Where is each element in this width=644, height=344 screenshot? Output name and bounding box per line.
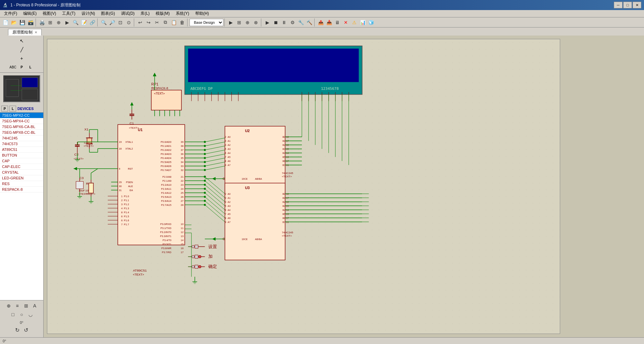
select-tool[interactable]: ↖ [18,37,26,45]
grid-button[interactable]: ⊞ [46,18,54,26]
maximize-button[interactable]: □ [623,2,632,8]
junction-tool[interactable]: ⊕ [5,302,13,310]
comp-at89c51[interactable]: AT89C51 [0,147,43,153]
delete-button[interactable]: 🗑 [178,18,186,26]
svg-rect-355 [195,255,198,259]
menu-debug[interactable]: 调试(D) [118,10,138,17]
comp-cap-elec[interactable]: CAP-ELEC [0,164,43,170]
menu-edit[interactable]: 编辑(E) [20,10,39,17]
comp-7seg-mpx8[interactable]: 7SEG-MPX8-CC-BL [0,130,43,135]
save-all-button[interactable]: 🗃️ [26,18,35,26]
menu-view[interactable]: 视图(V) [40,10,59,17]
run-button[interactable]: ▶ [263,18,271,26]
comp-l-button[interactable]: L [9,106,16,112]
zoom-out-button[interactable]: 🔎 [108,18,116,26]
text-tool[interactable]: A [31,302,39,310]
svg-text:23: 23 [181,183,183,186]
step-over-button[interactable]: ⊕ [244,18,252,26]
l-tool[interactable]: L [26,63,35,71]
wire-label-tool[interactable]: ≡ [13,302,21,310]
svg-text:25: 25 [181,191,183,194]
tab-schematic[interactable]: 原理图绘制 ✕ [8,29,42,36]
netlist-button[interactable]: 🔗 [88,18,96,26]
tool3-button[interactable]: 🔨 [305,18,313,26]
3d-button[interactable]: 🧊 [367,18,375,26]
comp-74hc573[interactable]: 74HC573 [0,141,43,147]
comp-7seg-mpx2[interactable]: 7SEG-MPX2-CC [0,113,43,118]
svg-text:7: 7 [225,156,226,158]
circle-tool[interactable]: ○ [18,310,26,319]
svg-text:14: 14 [181,239,183,242]
wire-tool[interactable]: ╱ [18,46,26,54]
rotate-cw[interactable]: ↻ [13,326,21,334]
err-button[interactable]: ✕ [342,18,350,26]
menu-file[interactable]: 文件(F) [1,10,20,17]
p-tool[interactable]: P [18,63,26,71]
import-button[interactable]: 📥 [325,18,333,26]
bom-button[interactable]: 📊 [359,18,367,26]
tool1-button[interactable]: ⚙ [288,18,297,26]
warn-button[interactable]: ⚠ [350,18,358,26]
simulate-button[interactable]: ▶ [227,18,235,26]
bus-tool[interactable]: ⊞ [22,302,30,310]
component-button[interactable]: ⊕ [55,18,63,26]
play-button[interactable]: ▶ [63,18,71,26]
print-button[interactable]: 🖨️ [38,18,46,26]
comp-button[interactable]: BUTTON [0,153,43,158]
redo-button[interactable]: ↪ [145,18,153,26]
comp-res[interactable]: RES [0,181,43,187]
comp-p-button[interactable]: P [1,106,8,112]
component-list[interactable]: 7SEG-MPX2-CC 7SEG-MPX4-CC 7SEG-MPX6-CA-B… [0,113,43,300]
zoom-100-button[interactable]: ⊙ [125,18,133,26]
comp-crystal[interactable]: CRYSTAL [0,170,43,175]
new-button[interactable]: 📄 [1,18,9,26]
export-button[interactable]: 📤 [317,18,325,26]
step-button[interactable]: ⊞ [235,18,243,26]
menu-template[interactable]: 模版(M) [153,10,172,17]
tool2-button[interactable]: 🔧 [297,18,305,26]
comp-7seg-mpx4[interactable]: 7SEG-MPX4-CC [0,118,43,124]
menu-help[interactable]: 帮助(H) [193,10,212,17]
step-back-button[interactable]: ⊗ [252,18,260,26]
tab-close-icon[interactable]: ✕ [35,31,37,34]
pcb-button[interactable]: 🖥 [333,18,341,26]
menu-system[interactable]: 系统(Y) [173,10,192,17]
annotate-button[interactable]: 📝 [80,18,88,26]
menu-graph[interactable]: 图表(G) [98,10,117,17]
sep5 [224,18,226,26]
search-button[interactable]: 🔍 [71,18,79,26]
rotate-ccw[interactable]: ↺ [22,326,30,334]
add-tool[interactable]: + [18,54,26,62]
comp-led-green[interactable]: LED-GREEN [0,175,43,181]
pause-button[interactable]: ⏸ [280,18,288,26]
arc-tool[interactable]: ◡ [26,310,35,319]
cut-button[interactable]: ✂ [153,18,161,26]
open-button[interactable]: 📂 [10,18,18,26]
menu-tools[interactable]: 工具(T) [59,10,78,17]
stop-button[interactable]: ⏹ [272,18,280,26]
svg-text:X1: X1 [84,127,89,131]
undo-button[interactable]: ↩ [136,18,144,26]
minimize-button[interactable]: ─ [614,2,623,8]
close-button[interactable]: ✕ [633,2,641,8]
copy-button[interactable]: ⧉ [161,18,169,26]
label-tool[interactable]: ABC [9,63,17,71]
comp-74hc245[interactable]: 74HC245 [0,135,43,141]
comp-cap[interactable]: CAP [0,158,43,164]
paste-button[interactable]: 📋 [170,18,178,26]
svg-text:7: 7 [225,213,226,215]
menu-library[interactable]: 库(L) [138,10,152,17]
canvas-area[interactable]: ABCDEFG DP 12345678 R [44,36,644,344]
menu-design[interactable]: 设计(N) [79,10,98,17]
zoom-fit-button[interactable]: ⊡ [116,18,124,26]
save-button[interactable]: 💾 [18,18,26,26]
comp-7seg-mpx6[interactable]: 7SEG-MPX6-CA-BL [0,124,43,130]
preview-area [3,75,40,102]
box-tool[interactable]: □ [9,310,17,319]
comp-respack[interactable]: RESPACK-8 [0,187,43,192]
zoom-in-button[interactable]: 🔍 [100,18,108,26]
svg-text:加: 加 [208,254,213,259]
schematic-canvas[interactable]: ABCDEFG DP 12345678 R [47,39,560,334]
design-dropdown[interactable]: Base Design [190,19,223,26]
titlebar-controls[interactable]: ─ □ ✕ [614,2,641,8]
